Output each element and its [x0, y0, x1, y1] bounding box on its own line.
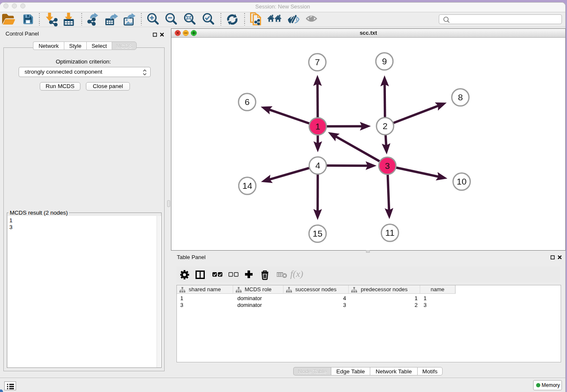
svg-text:2: 2 [383, 121, 388, 131]
svg-text:9: 9 [382, 56, 387, 66]
svg-text:14: 14 [242, 181, 253, 190]
svg-text:6: 6 [245, 97, 250, 107]
svg-text:10: 10 [457, 177, 466, 186]
svg-text:4: 4 [315, 160, 320, 170]
svg-text:7: 7 [315, 57, 320, 67]
svg-text:11: 11 [385, 228, 395, 237]
svg-text:1: 1 [315, 121, 320, 131]
svg-text:8: 8 [458, 92, 463, 102]
svg-text:3: 3 [385, 161, 390, 171]
svg-text:15: 15 [313, 229, 322, 238]
